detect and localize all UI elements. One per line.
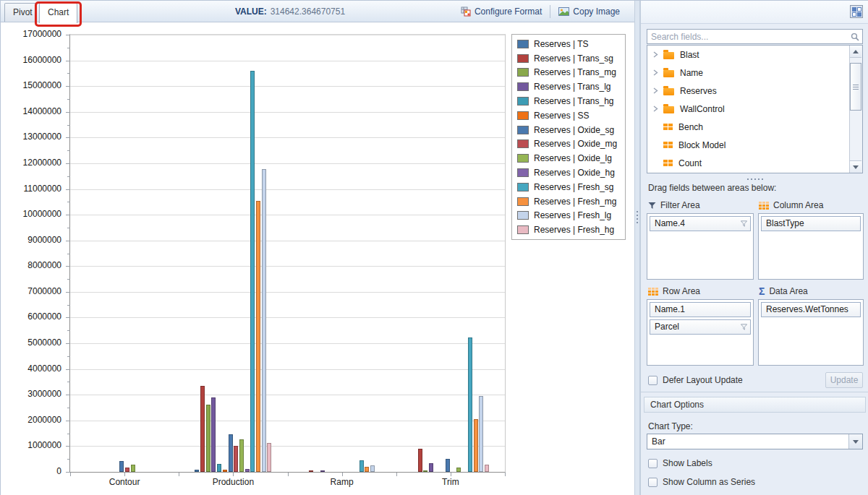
bar[interactable] — [200, 386, 205, 472]
copy-image-button[interactable]: Copy Image — [556, 5, 623, 18]
data-area-box[interactable]: Reserves.WetTonnes — [758, 299, 864, 366]
bar[interactable] — [359, 460, 364, 472]
bar[interactable] — [468, 337, 472, 472]
row-area-icon — [648, 288, 658, 296]
field-chip-parcel[interactable]: Parcel — [650, 319, 751, 335]
bar[interactable] — [245, 469, 250, 472]
tab-pivot[interactable]: Pivot — [4, 3, 41, 22]
bar[interactable] — [446, 459, 450, 472]
row-area-header: Row Area — [648, 286, 700, 296]
bar[interactable] — [474, 419, 478, 472]
field-chip-blasttype[interactable]: BlastType — [761, 216, 861, 231]
update-button[interactable]: Update — [825, 372, 863, 388]
layout-options-button[interactable] — [850, 5, 863, 18]
bar[interactable] — [370, 465, 375, 472]
y-axis-major-tick — [66, 317, 70, 318]
bar[interactable] — [320, 470, 325, 472]
tree-item-count[interactable]: Count — [647, 154, 862, 172]
bar[interactable] — [267, 443, 271, 472]
field-chip-name-4[interactable]: Name.4 — [650, 216, 751, 231]
y-axis-minor-tick — [67, 99, 70, 100]
bar[interactable] — [309, 470, 313, 472]
bar[interactable] — [256, 201, 260, 472]
bar[interactable] — [229, 434, 233, 472]
gridline — [70, 137, 505, 138]
column-area-box[interactable]: BlastType — [758, 213, 864, 280]
y-axis-minor-tick — [67, 254, 70, 254]
gridline — [70, 343, 505, 344]
panel-splitter[interactable] — [634, 1, 640, 495]
tree-item-bench[interactable]: Bench — [647, 118, 862, 136]
bar[interactable] — [211, 397, 216, 472]
bar[interactable] — [365, 467, 369, 472]
tree-item-reserves[interactable]: Reserves — [647, 82, 862, 100]
field-chip-reserves-wettonnes[interactable]: Reserves.WetTonnes — [761, 302, 861, 317]
tree-item-name[interactable]: Name — [647, 64, 862, 82]
bar[interactable] — [456, 468, 461, 472]
search-field[interactable] — [647, 29, 863, 44]
folder-icon — [663, 106, 674, 113]
tree-item-label: Bench — [678, 122, 703, 132]
tree-item-block-model[interactable]: Block Model — [647, 136, 862, 154]
chevron-right-icon[interactable] — [653, 51, 663, 58]
field-chip-name-1[interactable]: Name.1 — [650, 302, 751, 317]
scrollbar-thumb[interactable] — [850, 63, 861, 111]
bar[interactable] — [479, 396, 483, 472]
tree-item-wallcontrol[interactable]: WallControl — [647, 100, 862, 118]
chevron-right-icon[interactable] — [653, 106, 663, 112]
chevron-right-icon[interactable] — [653, 87, 663, 94]
bar[interactable] — [418, 449, 422, 472]
legend-label: Reserves | Trans_lg — [534, 82, 611, 92]
show-labels-checkbox[interactable] — [648, 459, 658, 468]
chart-type-label: Chart Type: — [648, 421, 693, 431]
y-axis-minor-tick — [67, 408, 70, 408]
bar[interactable] — [234, 446, 238, 472]
x-axis-tick — [179, 473, 179, 476]
bar[interactable] — [223, 470, 227, 472]
defer-layout-checkbox[interactable] — [648, 376, 658, 385]
y-axis-minor-tick — [67, 228, 70, 228]
bar[interactable] — [119, 461, 124, 472]
bar[interactable] — [195, 470, 199, 472]
bar[interactable] — [206, 405, 210, 472]
tree-item-blast[interactable]: Blast — [647, 46, 862, 64]
gridline — [70, 61, 505, 61]
x-axis-label: Production — [179, 477, 287, 487]
bar[interactable] — [485, 465, 489, 472]
bar[interactable] — [429, 463, 433, 472]
field-icon — [663, 124, 673, 130]
tree-scrollbar[interactable] — [849, 46, 862, 173]
bar[interactable] — [217, 464, 221, 472]
y-axis-major-tick — [66, 163, 70, 164]
bar[interactable] — [262, 169, 266, 472]
y-axis-minor-tick — [67, 330, 70, 331]
legend-label: Reserves | Fresh_mg — [534, 197, 617, 207]
chart-legend: Reserves | TSReserves | Trans_sgReserves… — [511, 34, 626, 240]
row-area-box[interactable]: Name.1Parcel — [647, 299, 754, 366]
combobox-dropdown-button[interactable] — [848, 434, 862, 449]
bar[interactable] — [250, 71, 255, 472]
bar[interactable] — [131, 465, 135, 472]
bar[interactable] — [423, 470, 427, 472]
chart-type-combobox[interactable]: Bar — [647, 434, 863, 449]
tree-splitter[interactable] — [641, 176, 868, 182]
field-chip-label: Name.4 — [655, 218, 685, 228]
field-tree-items: BlastNameReservesWallControlBenchBlock M… — [647, 46, 862, 172]
bar[interactable] — [125, 468, 129, 472]
scroll-up-arrow-icon[interactable] — [850, 46, 861, 58]
bar[interactable] — [239, 439, 244, 472]
show-column-as-series-checkbox[interactable] — [648, 478, 658, 487]
gridline — [70, 189, 505, 190]
filter-area-box[interactable]: Name.4 — [647, 213, 754, 280]
tab-chart[interactable]: Chart — [39, 3, 77, 23]
scroll-down-arrow-icon[interactable] — [850, 160, 861, 173]
search-input[interactable] — [647, 32, 851, 42]
chevron-right-icon[interactable] — [653, 69, 663, 76]
configure-format-button[interactable]: Configure Format — [458, 5, 545, 18]
chart-options-header: Chart Options — [644, 397, 866, 413]
y-axis-minor-tick — [67, 305, 70, 306]
legend-item: Reserves | Oxide_hg — [512, 165, 625, 180]
y-axis-label: 12000000 — [23, 158, 61, 168]
configure-format-icon — [461, 7, 471, 17]
gridline — [70, 241, 505, 241]
